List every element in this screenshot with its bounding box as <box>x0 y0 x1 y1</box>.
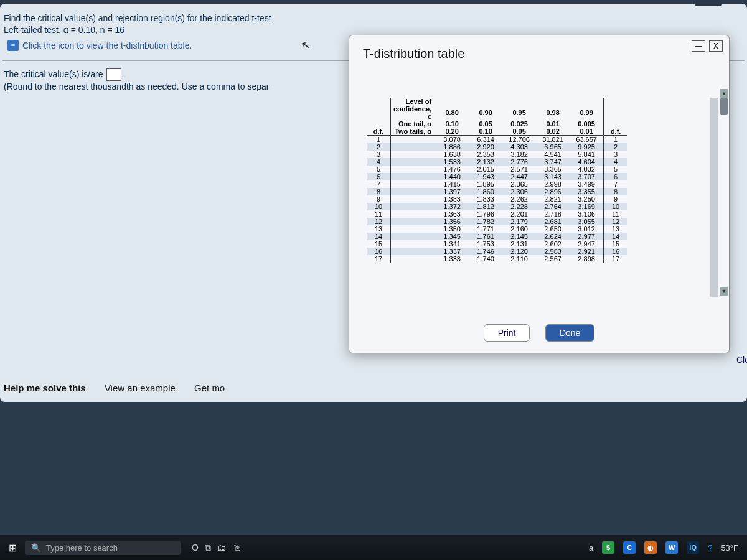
table-header-cell: 0.01 <box>536 120 570 128</box>
table-cell: 3.499 <box>570 180 604 188</box>
table-cell: 6 <box>604 173 628 180</box>
table-cell <box>391 151 436 158</box>
table-cell <box>391 255 436 263</box>
iq-icon[interactable]: iQ <box>687 541 699 554</box>
minimize-icon[interactable]: — <box>692 40 705 52</box>
table-header-cell: d.f. <box>367 128 391 136</box>
done-button[interactable]: Done <box>545 324 594 342</box>
scrollbar-thumb[interactable] <box>720 98 728 115</box>
print-button[interactable]: Print <box>484 324 530 342</box>
table-link-label: Click the icon to view the t-distributio… <box>22 40 192 52</box>
table-cell: 1.337 <box>435 248 469 255</box>
table-cell: 1.638 <box>435 151 469 158</box>
scroll-down-icon[interactable]: ▼ <box>720 287 728 296</box>
edge-icon[interactable]: C <box>623 541 636 554</box>
help-icon[interactable]: ? <box>708 543 712 553</box>
answer-post: . <box>123 69 125 79</box>
store-icon[interactable]: 🛍 <box>232 543 241 553</box>
table-scroll[interactable]: Level ofconfidence, c0.800.900.950.980.9… <box>363 98 718 297</box>
table-cell: 2.650 <box>536 225 570 233</box>
explorer-icon[interactable]: 🗂 <box>217 543 226 553</box>
tray-a-icon[interactable]: a <box>589 543 593 553</box>
table-cell: 2.764 <box>536 203 570 210</box>
table-cell <box>391 248 436 255</box>
system-tray: a $ C ◐ W iQ ? 53°F <box>589 541 747 554</box>
windows-taskbar: ⊞ 🔍 Type here to search O ⧉ 🗂 🛍 a $ C ◐ … <box>0 535 747 560</box>
table-header-cell: 0.02 <box>536 128 570 136</box>
table-cell: 1 <box>604 136 628 144</box>
tray-app-s[interactable]: $ <box>602 541 614 554</box>
table-cell: 1.363 <box>435 210 469 218</box>
search-icon: 🔍 <box>31 543 41 553</box>
table-cell: 2.776 <box>502 158 536 166</box>
word-icon[interactable]: W <box>665 541 678 554</box>
get-more-link[interactable]: Get mo <box>194 383 225 393</box>
table-cell: 17 <box>604 255 628 263</box>
table-cell: 3.106 <box>570 210 604 218</box>
table-cell: 3 <box>604 151 628 158</box>
table-cell: 3 <box>367 151 391 158</box>
table-cell: 2.201 <box>502 210 536 218</box>
table-cell: 3.012 <box>570 225 604 233</box>
table-cell: 2.353 <box>469 151 502 158</box>
table-cell: 1.860 <box>469 188 502 195</box>
table-cell: 7 <box>367 180 391 188</box>
table-cell: 1.345 <box>435 233 469 240</box>
table-cell: 1.833 <box>469 195 502 203</box>
table-cell: 1.533 <box>435 158 469 166</box>
start-button[interactable]: ⊞ <box>0 542 25 554</box>
modal-title: T-distribution table <box>363 47 464 61</box>
table-cell: 3.747 <box>536 158 570 166</box>
clear-button[interactable]: Cle <box>736 355 747 365</box>
table-cell: 4 <box>367 158 391 166</box>
table-cell: 63.657 <box>570 136 604 144</box>
table-cell: 5 <box>367 166 391 173</box>
task-view-icon[interactable]: ⧉ <box>205 543 211 553</box>
cortana-icon[interactable]: O <box>192 543 199 553</box>
table-header-cell: 0.10 <box>435 120 469 128</box>
table-cell: 7 <box>604 180 628 188</box>
table-cell: 4 <box>604 158 628 166</box>
table-cell <box>391 195 436 203</box>
table-cell: 2.306 <box>502 188 536 195</box>
table-link[interactable]: ≡ Click the icon to view the t-distribut… <box>0 40 192 52</box>
table-header-cell: 0.01 <box>570 128 604 136</box>
table-header-cell <box>469 98 502 105</box>
table-header-cell: 0.10 <box>469 128 502 136</box>
table-cell: 2.015 <box>469 166 502 173</box>
table-cell <box>391 225 436 233</box>
close-icon[interactable]: X <box>709 40 723 52</box>
table-cell <box>391 180 436 188</box>
table-cell: 14 <box>604 233 628 240</box>
view-example-link[interactable]: View an example <box>105 383 176 393</box>
table-cell: 1.415 <box>435 180 469 188</box>
t-table-modal: T-distribution table — X ▲ ▼ Level ofcon… <box>349 35 730 353</box>
table-cell: 2.145 <box>502 233 536 240</box>
table-cell: 2.718 <box>536 210 570 218</box>
table-cell <box>391 218 436 225</box>
table-header-cell: 0.99 <box>570 105 604 120</box>
table-cell: 4.541 <box>536 151 570 158</box>
table-cell: 10 <box>604 203 628 210</box>
table-cell: 16 <box>367 248 391 255</box>
help-solve-link[interactable]: Help me solve this <box>4 383 86 393</box>
table-cell: 9 <box>604 195 628 203</box>
taskbar-search[interactable]: 🔍 Type here to search <box>25 541 181 555</box>
table-cell: 1.350 <box>435 225 469 233</box>
table-cell: 10 <box>367 203 391 210</box>
weather-temp[interactable]: 53°F <box>721 543 738 553</box>
table-cell: 2.681 <box>536 218 570 225</box>
table-cell: 12.706 <box>502 136 536 144</box>
answer-input[interactable] <box>106 68 121 81</box>
table-cell: 1.895 <box>469 180 502 188</box>
table-cell: 2 <box>367 143 391 151</box>
table-cell: 2.977 <box>570 233 604 240</box>
tray-app-o[interactable]: ◐ <box>644 541 657 554</box>
scroll-up-icon[interactable]: ▲ <box>720 89 728 98</box>
table-cell: 2.571 <box>502 166 536 173</box>
table-cell: 2.624 <box>536 233 570 240</box>
table-header-cell <box>604 105 628 120</box>
table-cell: 2 <box>604 143 628 151</box>
table-header-cell <box>367 120 391 128</box>
table-header-cell: 0.95 <box>502 105 536 120</box>
